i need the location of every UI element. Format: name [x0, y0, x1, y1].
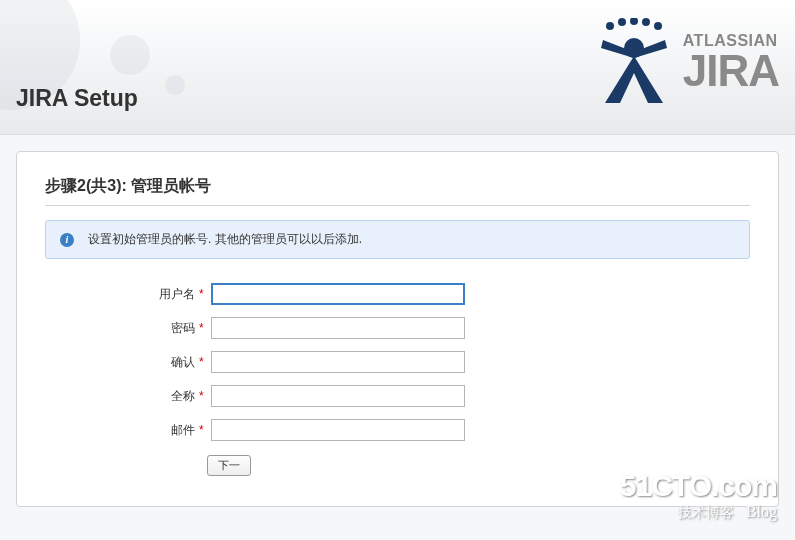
svg-point-0	[606, 22, 614, 30]
brand-logo: ATLASSIAN JIRA	[595, 18, 779, 108]
button-row: 下一	[207, 455, 750, 476]
field-row-password: 密码 *	[45, 317, 750, 339]
step-title: 步骤2(共3): 管理员帐号	[45, 176, 750, 206]
label-confirm: 确认	[45, 354, 195, 371]
label-password: 密码	[45, 320, 195, 337]
setup-panel: 步骤2(共3): 管理员帐号 i 设置初始管理员的帐号. 其他的管理员可以以后添…	[16, 151, 779, 507]
svg-point-3	[642, 18, 650, 26]
svg-point-4	[654, 22, 662, 30]
info-text: 设置初始管理员的帐号. 其他的管理员可以以后添加.	[88, 231, 362, 248]
field-row-fullname: 全称 *	[45, 385, 750, 407]
required-marker: *	[199, 423, 207, 437]
info-box: i 设置初始管理员的帐号. 其他的管理员可以以后添加.	[45, 220, 750, 259]
required-marker: *	[199, 355, 207, 369]
email-input[interactable]	[211, 419, 465, 441]
brand-bottom: JIRA	[683, 49, 779, 93]
content-area: 步骤2(共3): 管理员帐号 i 设置初始管理员的帐号. 其他的管理员可以以后添…	[0, 135, 795, 523]
field-row-email: 邮件 *	[45, 419, 750, 441]
field-row-confirm: 确认 *	[45, 351, 750, 373]
required-marker: *	[199, 287, 207, 301]
field-row-username: 用户名 *	[45, 283, 750, 305]
password-input[interactable]	[211, 317, 465, 339]
jira-person-icon	[595, 18, 673, 108]
svg-point-1	[618, 18, 626, 26]
username-input[interactable]	[211, 283, 465, 305]
page-title: JIRA Setup	[16, 85, 138, 112]
fullname-input[interactable]	[211, 385, 465, 407]
required-marker: *	[199, 321, 207, 335]
label-fullname: 全称	[45, 388, 195, 405]
label-username: 用户名	[45, 286, 195, 303]
info-icon: i	[60, 233, 74, 247]
label-email: 邮件	[45, 422, 195, 439]
next-button[interactable]: 下一	[207, 455, 251, 476]
page-header: JIRA Setup ATLASSIAN JIRA	[0, 0, 795, 135]
confirm-input[interactable]	[211, 351, 465, 373]
brand-text: ATLASSIAN JIRA	[683, 33, 779, 93]
required-marker: *	[199, 389, 207, 403]
svg-point-2	[630, 18, 638, 25]
